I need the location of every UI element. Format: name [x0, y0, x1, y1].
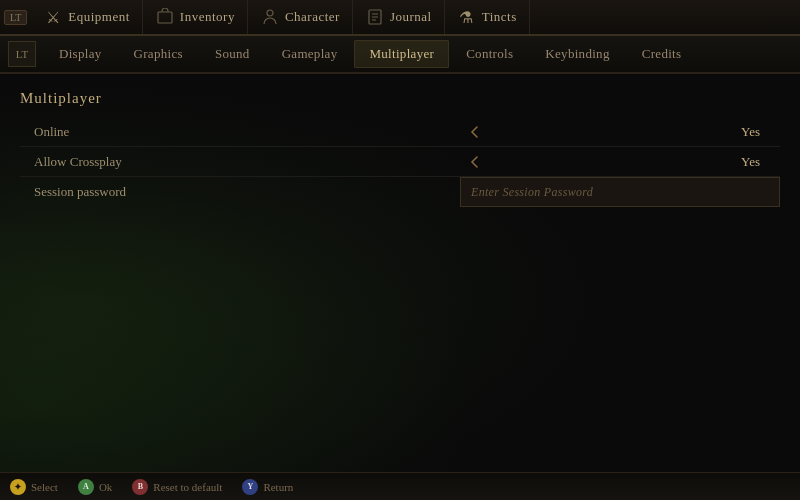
- bottom-bar: ✦ Select A Ok B Reset to default Y Retur…: [0, 472, 800, 500]
- nav-label-equipment: Equipment: [68, 9, 130, 25]
- ok-label: Ok: [99, 481, 112, 493]
- action-ok: A Ok: [78, 479, 112, 495]
- tab-display[interactable]: Display: [44, 40, 117, 68]
- svg-rect-0: [158, 12, 172, 23]
- nav-item-equipment[interactable]: ⚔ Equipment: [31, 0, 143, 34]
- tab-multiplayer[interactable]: Multiplayer: [354, 40, 449, 68]
- return-label: Return: [263, 481, 293, 493]
- settings-table: Online Yes Allow Crossplay Yes Session p…: [20, 117, 780, 207]
- return-btn-icon: Y: [242, 479, 258, 495]
- tab-credits[interactable]: Credits: [627, 40, 697, 68]
- lt-badge: LT: [4, 10, 27, 25]
- crossplay-label: Allow Crossplay: [20, 154, 460, 170]
- online-row[interactable]: Online Yes: [20, 117, 780, 147]
- tab-controls[interactable]: Controls: [451, 40, 528, 68]
- reset-btn-icon: B: [132, 479, 148, 495]
- nav-item-inventory[interactable]: Inventory: [143, 0, 248, 34]
- back-button[interactable]: LT: [8, 41, 36, 67]
- nav-label-inventory: Inventory: [180, 9, 235, 25]
- inventory-icon: [155, 7, 175, 27]
- tab-gameplay[interactable]: Gameplay: [267, 40, 353, 68]
- session-password-input[interactable]: [471, 185, 769, 200]
- action-select: ✦ Select: [10, 479, 58, 495]
- crossplay-value: Yes: [490, 154, 780, 170]
- reset-label: Reset to default: [153, 481, 222, 493]
- online-label: Online: [20, 124, 460, 140]
- password-input-wrapper[interactable]: [460, 177, 780, 207]
- action-reset: B Reset to default: [132, 479, 222, 495]
- tab-sound[interactable]: Sound: [200, 40, 265, 68]
- tab-graphics[interactable]: Graphics: [119, 40, 198, 68]
- nav-item-tincts[interactable]: ⚗ Tincts: [445, 0, 530, 34]
- password-label: Session password: [20, 184, 460, 200]
- tab-keybinding[interactable]: Keybinding: [530, 40, 624, 68]
- settings-tabs-bar: LT Display Graphics Sound Gameplay Multi…: [0, 36, 800, 74]
- equipment-icon: ⚔: [43, 7, 63, 27]
- online-arrow-left[interactable]: [460, 125, 490, 139]
- crossplay-arrow-left[interactable]: [460, 155, 490, 169]
- svg-point-1: [267, 10, 273, 16]
- nav-label-character: Character: [285, 9, 340, 25]
- action-return: Y Return: [242, 479, 293, 495]
- journal-icon: [365, 7, 385, 27]
- tincts-icon: ⚗: [457, 7, 477, 27]
- top-nav: LT ⚔ Equipment Inventory Character: [0, 0, 800, 36]
- select-btn-icon: ✦: [10, 479, 26, 495]
- nav-item-journal[interactable]: Journal: [353, 0, 445, 34]
- section-title: Multiplayer: [20, 90, 780, 107]
- nav-label-journal: Journal: [390, 9, 432, 25]
- character-icon: [260, 7, 280, 27]
- back-icon: LT: [16, 48, 28, 60]
- password-row: Session password: [20, 177, 780, 207]
- crossplay-row[interactable]: Allow Crossplay Yes: [20, 147, 780, 177]
- online-value: Yes: [490, 124, 780, 140]
- nav-label-tincts: Tincts: [482, 9, 517, 25]
- select-label: Select: [31, 481, 58, 493]
- nav-item-character[interactable]: Character: [248, 0, 353, 34]
- main-content: Multiplayer Online Yes Allow Crossplay Y…: [0, 74, 800, 223]
- ok-btn-icon: A: [78, 479, 94, 495]
